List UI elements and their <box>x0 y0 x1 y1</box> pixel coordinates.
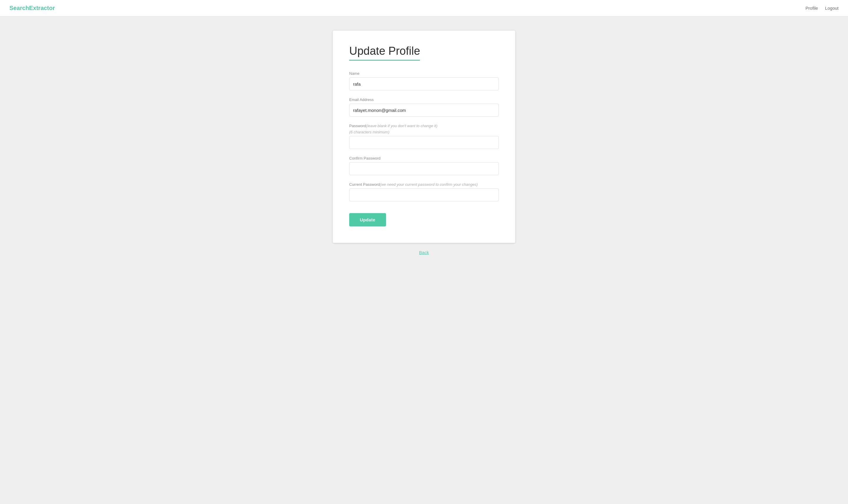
password-field-group: Password(leave blank if you don't want t… <box>349 124 499 149</box>
update-profile-form: Name Email Address Password(leave blank … <box>349 71 499 227</box>
navbar: SearchExtractor Profile Logout <box>0 0 848 17</box>
email-label: Email Address <box>349 97 499 102</box>
confirm-password-field-group: Confirm Password <box>349 156 499 175</box>
nav-links: Profile Logout <box>806 5 838 11</box>
brand-logo: SearchExtractor <box>10 5 55 12</box>
current-password-label: Current Password(we need your current pa… <box>349 182 499 187</box>
email-field-group: Email Address <box>349 97 499 116</box>
back-link-container: Back <box>419 250 429 255</box>
nav-logout-link[interactable]: Logout <box>825 5 838 11</box>
card-title: Update Profile <box>349 45 499 57</box>
current-password-input[interactable] <box>349 188 499 201</box>
name-field-group: Name <box>349 71 499 90</box>
page-content: Update Profile Name Email Address Passwo… <box>0 17 848 269</box>
confirm-password-input[interactable] <box>349 162 499 175</box>
title-underline <box>349 60 420 61</box>
update-button[interactable]: Update <box>349 213 386 227</box>
name-label: Name <box>349 71 499 76</box>
password-input[interactable] <box>349 136 499 149</box>
confirm-password-label: Confirm Password <box>349 156 499 160</box>
nav-profile-link[interactable]: Profile <box>806 5 818 11</box>
name-input[interactable] <box>349 77 499 90</box>
password-label: Password(leave blank if you don't want t… <box>349 124 499 128</box>
current-password-field-group: Current Password(we need your current pa… <box>349 182 499 201</box>
back-link[interactable]: Back <box>419 250 429 255</box>
password-hint: (6 characters minimum) <box>349 130 499 134</box>
brand-text-plain: Search <box>10 5 29 11</box>
brand-text-accent: Extractor <box>29 5 55 11</box>
update-profile-card: Update Profile Name Email Address Passwo… <box>333 31 515 243</box>
email-input[interactable] <box>349 104 499 116</box>
